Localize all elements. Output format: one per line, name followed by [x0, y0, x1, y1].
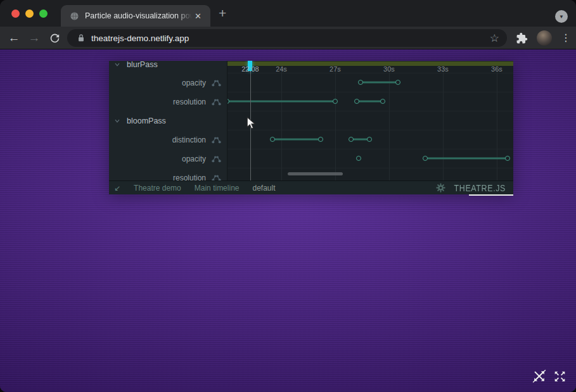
playhead-time-label: 22:08 — [241, 65, 259, 73]
track-row-separator — [227, 92, 513, 92]
sequenced-prop-icon[interactable] — [212, 155, 221, 163]
chevron-down-icon — [114, 118, 120, 124]
ruler-tick-label: 27s — [330, 65, 341, 73]
tree-item-opacity-2[interactable]: opacity — [109, 149, 227, 168]
focus-range-strip[interactable] — [227, 61, 513, 66]
tree-item-label: distinction — [172, 136, 206, 144]
fullscreen-expand-icon[interactable] — [554, 370, 566, 383]
theatrejs-logo: THEATRE.JS — [454, 182, 506, 193]
sequenced-prop-icon[interactable] — [212, 98, 221, 106]
tree-item-distinction[interactable]: distinction — [109, 130, 227, 149]
browser-tab[interactable]: Particle audio-visualization pow ✕ — [61, 5, 210, 27]
property-tree: blurPass opacity resolution — [109, 61, 227, 180]
studio-bottom-bar: ↙ Theatre demo Main timeline default — [109, 180, 513, 194]
keyframe[interactable] — [367, 137, 372, 142]
ruler-tick-label: 24s — [276, 65, 287, 73]
timeline-area[interactable]: 24s27s30s33s36s22:08 — [227, 61, 513, 180]
ruler-tick-label: 33s — [437, 65, 449, 73]
ruler-tick-label: 36s — [491, 65, 502, 73]
keyframe[interactable] — [318, 137, 323, 142]
keyframe[interactable] — [227, 99, 229, 104]
project-name[interactable]: Theatre demo — [134, 184, 181, 193]
address-bar[interactable]: theatrejs-demo.netlify.app ☆ — [67, 29, 507, 47]
browser-window: Particle audio-visualization pow ✕ + ▼ ←… — [0, 0, 576, 392]
ruler-tick-label: 30s — [383, 65, 395, 73]
tree-item-bloompass[interactable]: bloomPass — [109, 111, 227, 130]
chevron-down-icon — [114, 61, 120, 68]
tree-item-label: resolution — [173, 174, 206, 180]
keyframe[interactable] — [395, 80, 400, 85]
track-row-separator — [227, 149, 513, 149]
keyframe[interactable] — [270, 137, 275, 142]
page-corner-controls — [532, 369, 566, 384]
track-row-separator — [227, 111, 513, 111]
keyframe[interactable] — [505, 156, 510, 161]
ruler-gridline — [497, 66, 497, 180]
browser-toolbar: ← → theatrejs-demo.netlify.app ☆ ⋮ — [0, 27, 576, 49]
tree-item-resolution-2[interactable]: resolution — [109, 168, 227, 180]
crossed-arrows-off-icon[interactable] — [532, 369, 547, 384]
tree-item-label: resolution — [173, 98, 206, 106]
sheet-name[interactable]: Main timeline — [195, 184, 240, 193]
tree-item-resolution[interactable]: resolution — [109, 92, 227, 111]
close-window-button[interactable] — [11, 9, 20, 18]
reload-icon — [49, 33, 60, 44]
toolbar-right-group: ⋮ — [516, 27, 571, 49]
theatre-studio-panel: blurPass opacity resolution — [109, 61, 513, 194]
sequenced-prop-icon[interactable] — [212, 136, 221, 144]
traffic-lights — [11, 9, 48, 18]
page-content: blurPass opacity resolution — [0, 49, 576, 392]
tab-close-icon[interactable]: ✕ — [192, 10, 204, 22]
tree-item-blurpass[interactable]: blurPass — [109, 61, 227, 74]
keyframe[interactable] — [380, 99, 385, 104]
tree-item-label: blurPass — [127, 61, 158, 69]
zoom-window-button[interactable] — [39, 9, 48, 18]
bottom-bar-right-group: THEATRE.JS — [436, 183, 513, 193]
keyframe[interactable] — [354, 99, 359, 104]
minimize-window-button[interactable] — [25, 9, 34, 18]
browser-menu-icon[interactable]: ⋮ — [561, 33, 571, 43]
keyframe-connector-line — [357, 101, 383, 103]
new-tab-button[interactable]: + — [219, 8, 226, 19]
tab-search-button[interactable]: ▼ — [555, 10, 568, 23]
reload-button[interactable] — [46, 27, 63, 49]
playhead-line[interactable] — [250, 70, 251, 180]
keyframe-connector-line — [361, 82, 398, 84]
lock-icon — [77, 34, 85, 42]
url-text[interactable]: theatrejs-demo.netlify.app — [91, 34, 490, 43]
timeline-scrollbar-thumb[interactable] — [288, 172, 343, 175]
sequence-editor: blurPass opacity resolution — [109, 61, 513, 180]
gear-icon[interactable] — [436, 183, 445, 193]
tree-item-label: opacity — [182, 79, 206, 87]
track-row-separator — [227, 130, 513, 130]
track-row-separator — [227, 73, 513, 73]
tree-item-label: opacity — [182, 155, 206, 163]
bookmark-star-icon[interactable]: ☆ — [490, 32, 499, 45]
keyframe[interactable] — [349, 137, 354, 142]
tab-title: Particle audio-visualization pow — [85, 11, 192, 20]
sequenced-prop-icon[interactable] — [212, 174, 221, 180]
globe-favicon-icon — [70, 11, 79, 21]
tab-strip: Particle audio-visualization pow ✕ + ▼ — [0, 0, 576, 27]
profile-avatar[interactable] — [537, 30, 552, 46]
tree-item-opacity[interactable]: opacity — [109, 73, 227, 92]
back-button[interactable]: ← — [5, 27, 23, 49]
extensions-puzzle-icon[interactable] — [516, 32, 528, 44]
sequenced-prop-icon[interactable] — [212, 79, 221, 87]
ruler-gridline — [335, 66, 336, 180]
keyframe-connector-line — [227, 101, 335, 103]
keyframe-connector-line — [425, 158, 508, 160]
keyframe[interactable] — [333, 99, 338, 104]
collapse-arrow-icon[interactable]: ↙ — [114, 184, 120, 193]
logo-underline — [469, 194, 513, 196]
ruler-gridline — [281, 66, 282, 180]
track-row-separator — [227, 168, 513, 168]
keyframe[interactable] — [423, 156, 428, 161]
forward-button[interactable]: → — [25, 27, 43, 49]
keyframe-connector-line — [272, 139, 321, 141]
object-name[interactable]: default — [252, 184, 275, 193]
keyframe[interactable] — [358, 80, 363, 85]
keyframe[interactable] — [356, 156, 361, 161]
ruler-gridline — [443, 66, 444, 180]
tree-item-label: bloomPass — [127, 117, 166, 125]
